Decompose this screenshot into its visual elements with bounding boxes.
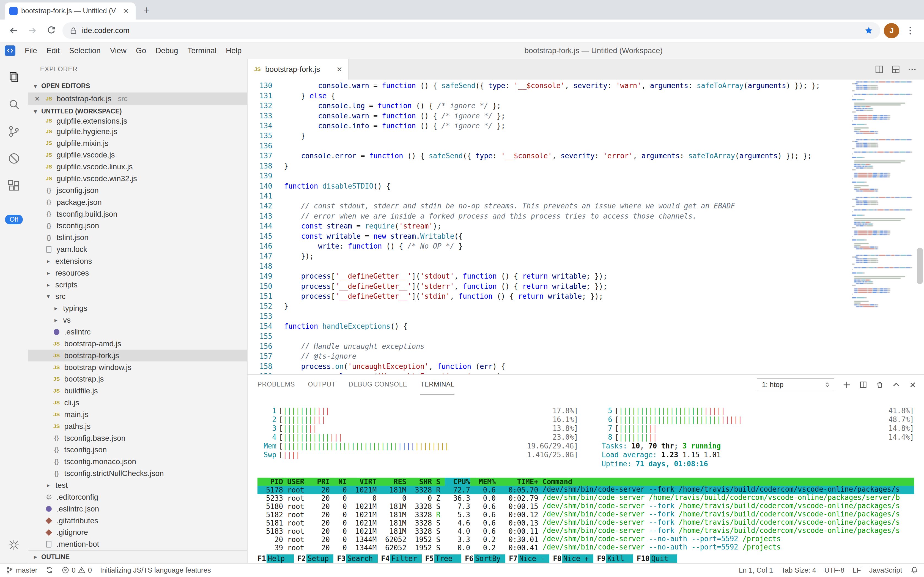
gear-icon[interactable] — [0, 531, 28, 559]
address-bar[interactable]: ide.coder.com — [63, 22, 880, 39]
fkey-label-F5[interactable]: Tree — [434, 554, 461, 562]
tree-item-bootstrap-amd.js[interactable]: JSbootstrap-amd.js — [28, 338, 247, 350]
outline-header[interactable]: ▸ OUTLINE — [28, 550, 247, 563]
open-editor-item[interactable]: ✕ JS bootstrap-fork.js src — [28, 92, 247, 105]
fkey-label-F1[interactable]: Help — [267, 554, 294, 562]
menu-selection[interactable]: Selection — [64, 45, 105, 57]
extensions-icon[interactable] — [0, 172, 28, 199]
tree-item-.mention-bot[interactable]: .mention-bot — [28, 538, 247, 550]
panel-tab-terminal[interactable]: TERMINAL — [420, 375, 455, 395]
panel-tab-problems[interactable]: PROBLEMS — [257, 375, 295, 395]
split-terminal-icon[interactable] — [859, 381, 867, 389]
kill-terminal-icon[interactable] — [876, 381, 884, 389]
tree-item-tsconfig.monaco.json[interactable]: {}tsconfig.monaco.json — [28, 456, 247, 468]
fkey-F10[interactable]: F10 — [633, 554, 650, 562]
tree-item-.gitignore[interactable]: .gitignore — [28, 527, 247, 538]
code-content[interactable]: console.warn = function () { safeSend({ … — [284, 79, 924, 374]
tree-item-vs[interactable]: ▸vs — [28, 314, 247, 326]
tree-item-yarn.lock[interactable]: yarn.lock — [28, 243, 247, 255]
menu-edit[interactable]: Edit — [42, 45, 64, 57]
terminal[interactable]: 1[|||||||||||17.8%]2[||||||||||16.1%]3[|… — [247, 395, 924, 563]
bookmark-star-icon[interactable] — [864, 26, 873, 35]
fkey-label-F6[interactable]: SortBy — [474, 554, 505, 562]
search-icon[interactable] — [0, 91, 28, 118]
tree-item-gulpfile.mixin.js[interactable]: JSgulpfile.mixin.js — [28, 137, 247, 149]
menu-file[interactable]: File — [20, 45, 42, 57]
code-editor[interactable]: 1301311321331341351361371381391401411421… — [247, 79, 924, 374]
minimap[interactable] — [850, 79, 916, 374]
tree-item-buildfile.js[interactable]: JSbuildfile.js — [28, 385, 247, 397]
tab-size[interactable]: Tab Size: 4 — [781, 566, 816, 574]
tree-item-tsconfig.base.json[interactable]: {}tsconfig.base.json — [28, 432, 247, 444]
scrollbar-thumb[interactable] — [917, 248, 922, 284]
menu-terminal[interactable]: Terminal — [183, 45, 221, 57]
fkey-F7[interactable]: F7 — [505, 554, 518, 562]
tree-item-gulpfile.vscode.win32.js[interactable]: JSgulpfile.vscode.win32.js — [28, 173, 247, 185]
tree-item-extensions[interactable]: ▸extensions — [28, 255, 247, 267]
tree-item-cli.js[interactable]: JScli.js — [28, 397, 247, 409]
fkey-label-F9[interactable]: Kill — [606, 554, 633, 562]
fkey-label-F7[interactable]: Nice - — [518, 554, 550, 562]
tree-item-paths.js[interactable]: JSpaths.js — [28, 421, 247, 432]
back-icon[interactable] — [6, 23, 21, 39]
browser-menu-icon[interactable] — [903, 23, 918, 39]
fkey-label-F10[interactable]: Quit — [650, 554, 677, 562]
close-panel-icon[interactable] — [909, 381, 917, 389]
close-icon[interactable]: ✕ — [33, 95, 41, 103]
source-control-icon[interactable] — [0, 118, 28, 145]
menu-debug[interactable]: Debug — [151, 45, 183, 57]
more-actions-icon[interactable] — [908, 65, 917, 74]
tree-item-test[interactable]: ▸test — [28, 480, 247, 492]
editor-tab[interactable]: JS bootstrap-fork.js ✕ — [247, 59, 349, 79]
fkey-F1[interactable]: F1 — [257, 554, 267, 562]
fkey-F5[interactable]: F5 — [422, 554, 434, 562]
encoding[interactable]: UTF-8 — [824, 566, 845, 574]
tree-item-.editorconfig[interactable]: .editorconfig — [28, 491, 247, 503]
menu-go[interactable]: Go — [131, 45, 151, 57]
tree-item-tslint.json[interactable]: {}tslint.json — [28, 232, 247, 243]
language-mode[interactable]: JavaScript — [869, 566, 902, 574]
tree-item-bootstrap-window.js[interactable]: JSbootstrap-window.js — [28, 361, 247, 373]
fkey-F8[interactable]: F8 — [550, 554, 562, 562]
tree-item-.eslintrc.json[interactable]: .eslintrc.json — [28, 503, 247, 515]
tab-close-icon[interactable]: ✕ — [121, 7, 131, 15]
tree-item-gulpfile.vscode.linux.js[interactable]: JSgulpfile.vscode.linux.js — [28, 161, 247, 173]
panel-tab-debug-console[interactable]: DEBUG CONSOLE — [349, 375, 407, 395]
fkey-label-F4[interactable]: Filter — [390, 554, 421, 562]
editor-scrollbar[interactable] — [916, 79, 924, 374]
explorer-icon[interactable] — [0, 64, 28, 91]
problems-indicator[interactable]: 0 0 — [62, 566, 92, 574]
tree-item-bootstrap.js[interactable]: JSbootstrap.js — [28, 373, 247, 385]
tree-item-jsconfig.json[interactable]: {}jsconfig.json — [28, 184, 247, 196]
tree-item-tsconfig.build.json[interactable]: {}tsconfig.build.json — [28, 208, 247, 220]
workspace-header[interactable]: ▾ UNTITLED (WORKSPACE) — [28, 105, 247, 118]
branch-indicator[interactable]: master — [6, 566, 37, 574]
tree-item-tsconfig.json[interactable]: {}tsconfig.json — [28, 444, 247, 456]
tree-item-gulpfile.hygiene.js[interactable]: JSgulpfile.hygiene.js — [28, 126, 247, 137]
tree-item-tsconfig.strictNullChecks.json[interactable]: {}tsconfig.strictNullChecks.json — [28, 468, 247, 480]
tree-item-typings[interactable]: ▸typings — [28, 303, 247, 314]
browser-tab[interactable]: bootstrap-fork.js — Untitled (V ✕ — [5, 2, 136, 19]
menu-view[interactable]: View — [105, 45, 131, 57]
terminal-picker[interactable]: 1: htop — [757, 378, 835, 391]
tree-item-package.json[interactable]: {}package.json — [28, 196, 247, 208]
tree-item-gulpfile.extensions.js[interactable]: JSgulpfile.extensions.js — [28, 118, 247, 126]
cursor-position[interactable]: Ln 1, Col 1 — [739, 566, 773, 574]
open-editors-header[interactable]: ▾ OPEN EDITORS — [28, 79, 247, 92]
tree-item-resources[interactable]: ▸resources — [28, 267, 247, 279]
fkey-F6[interactable]: F6 — [461, 554, 474, 562]
fkey-label-F3[interactable]: Search — [346, 554, 378, 562]
fkey-F9[interactable]: F9 — [593, 554, 606, 562]
tree-item-.gitattributes[interactable]: .gitattributes — [28, 515, 247, 527]
tree-item-.eslintrc[interactable]: .eslintrc — [28, 326, 247, 338]
tree-item-scripts[interactable]: ▸scripts — [28, 279, 247, 291]
fkey-label-F8[interactable]: Nice + — [562, 554, 593, 562]
tree-item-bootstrap-fork.js[interactable]: JSbootstrap-fork.js — [28, 350, 247, 361]
sync-button[interactable] — [46, 566, 53, 574]
split-editor-icon[interactable] — [874, 65, 884, 74]
reload-icon[interactable] — [43, 23, 59, 39]
fkey-F3[interactable]: F3 — [333, 554, 346, 562]
new-terminal-icon[interactable] — [842, 381, 851, 389]
forward-icon[interactable] — [25, 23, 40, 39]
menu-help[interactable]: Help — [221, 45, 246, 57]
